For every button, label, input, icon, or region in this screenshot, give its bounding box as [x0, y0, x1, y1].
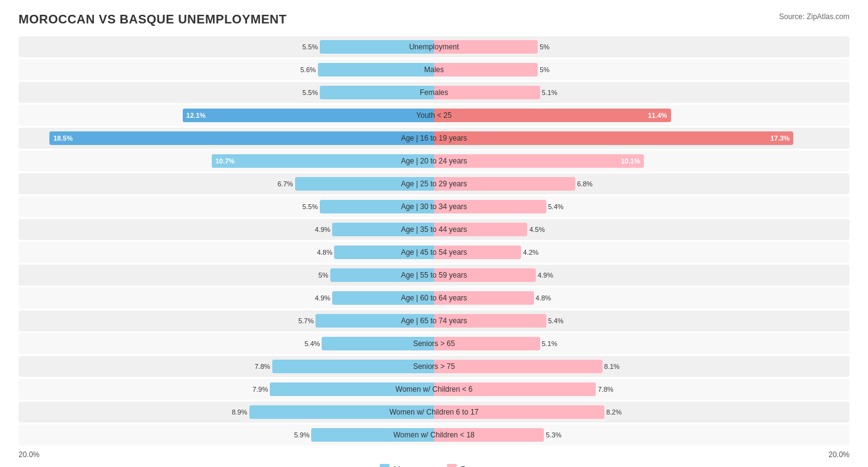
moroccan-value: 5%: [319, 271, 330, 279]
bar-right-section: 8.1%: [434, 356, 849, 377]
bar-left-section: 5.4%: [19, 333, 434, 354]
bar-right-section: 4.5%: [434, 219, 849, 240]
chart-row: 18.5%17.3%Age | 16 to 19 years: [19, 128, 849, 149]
basque-value: 4.2%: [521, 249, 538, 256]
basque-value: 6.8%: [575, 180, 593, 188]
basque-value: 10.1%: [621, 157, 640, 165]
bar-right-section: 5%: [434, 36, 849, 57]
bar-right-section: 4.8%: [434, 287, 849, 308]
moroccan-bar: [249, 405, 434, 419]
bar-left-section: 5.5%: [19, 82, 434, 103]
chart-row: 5.6%5%Males: [19, 59, 849, 80]
bar-left-section: 7.9%: [19, 379, 434, 400]
basque-bar: [434, 40, 538, 54]
bar-left-section: 6.7%: [19, 173, 434, 194]
bar-right-section: 4.2%: [434, 242, 849, 263]
basque-bar: 17.3%: [434, 131, 793, 145]
axis-right: 20.0%: [828, 450, 849, 459]
bar-right-section: 5.3%: [434, 424, 849, 445]
moroccan-bar: [270, 382, 434, 396]
axis-left: 20.0%: [19, 450, 40, 459]
legend-basque-label: Basque: [461, 465, 488, 468]
moroccan-value: 6.7%: [277, 180, 294, 188]
legend-moroccan-box: [380, 464, 390, 467]
basque-value: 4.5%: [527, 226, 545, 233]
legend: Moroccan Basque: [19, 464, 849, 467]
bar-left-section: 4.9%: [19, 219, 434, 240]
basque-value: 5.3%: [544, 431, 561, 439]
bar-right-section: 5%: [434, 59, 849, 80]
bar-left-section: 5.5%: [19, 36, 434, 57]
bar-left-section: 4.9%: [19, 287, 434, 308]
basque-bar: [434, 246, 521, 259]
chart-row: 5.9%5.3%Women w/ Children < 18: [19, 424, 849, 445]
moroccan-value: 5.4%: [304, 340, 322, 347]
moroccan-bar: [272, 360, 434, 373]
bar-left-section: 5%: [19, 265, 434, 286]
bar-left-section: 5.7%: [19, 310, 434, 331]
legend-basque: Basque: [447, 464, 488, 467]
moroccan-bar: [320, 40, 434, 54]
basque-value: 5.4%: [546, 317, 564, 324]
moroccan-value: 5.6%: [300, 66, 317, 73]
bar-right-section: 5.4%: [434, 196, 849, 217]
moroccan-bar: [334, 246, 434, 259]
basque-bar: [434, 177, 575, 191]
basque-bar: [434, 405, 604, 419]
chart-title: MOROCCAN VS BASQUE UNEMPLOYMENT: [19, 12, 286, 27]
moroccan-value: 7.8%: [254, 363, 272, 370]
basque-bar: 11.4%: [434, 109, 671, 122]
moroccan-bar: [332, 291, 434, 305]
chart-body: 5.5%5%Unemployment5.6%5%Males5.5%5.1%Fem…: [19, 36, 849, 445]
basque-value: 5.1%: [540, 340, 557, 347]
basque-value: 17.3%: [770, 134, 790, 142]
chart-row: 5.7%5.4%Age | 65 to 74 years: [19, 310, 849, 331]
chart-row: 8.9%8.2%Women w/ Children 6 to 17: [19, 402, 849, 423]
chart-container: MOROCCAN VS BASQUE UNEMPLOYMENT Source: …: [0, 0, 868, 467]
basque-bar: 10.1%: [434, 154, 644, 168]
bar-right-section: 5.4%: [434, 310, 849, 331]
chart-row: 4.8%4.2%Age | 45 to 54 years: [19, 242, 849, 263]
moroccan-value: 4.9%: [315, 294, 332, 302]
bar-right-section: 5.1%: [434, 333, 849, 354]
moroccan-value: 8.9%: [232, 408, 249, 416]
chart-row: 4.9%4.5%Age | 35 to 44 years: [19, 219, 849, 240]
bar-right-section: 11.4%: [434, 105, 849, 126]
chart-row: 5.4%5.1%Seniors > 65: [19, 333, 849, 354]
basque-bar: [434, 268, 536, 282]
basque-value: 8.1%: [603, 363, 620, 370]
legend-moroccan: Moroccan: [380, 464, 428, 467]
bar-left-section: 7.8%: [19, 356, 434, 377]
basque-value: 11.4%: [648, 112, 667, 119]
moroccan-value: 10.7%: [215, 157, 235, 165]
moroccan-value: 5.9%: [294, 431, 311, 439]
moroccan-bar: 18.5%: [49, 131, 434, 145]
chart-row: 7.8%8.1%Seniors > 75: [19, 356, 849, 377]
moroccan-bar: [320, 86, 434, 99]
basque-value: 5%: [538, 43, 549, 51]
basque-bar: [434, 86, 540, 99]
moroccan-value: 4.8%: [317, 249, 334, 256]
bar-left-section: 5.9%: [19, 424, 434, 445]
moroccan-value: 18.5%: [53, 134, 72, 142]
chart-row: 10.7%10.1%Age | 20 to 24 years: [19, 151, 849, 172]
chart-row: 5.5%5.1%Females: [19, 82, 849, 103]
moroccan-bar: [332, 223, 434, 236]
bar-right-section: 17.3%: [434, 128, 849, 149]
chart-row: 12.1%11.4%Youth < 25: [19, 105, 849, 126]
bar-left-section: 4.8%: [19, 242, 434, 263]
bar-right-section: 5.1%: [434, 82, 849, 103]
basque-value: 7.8%: [596, 386, 613, 393]
moroccan-bar: [315, 314, 434, 328]
chart-row: 5.5%5.4%Age | 30 to 34 years: [19, 196, 849, 217]
moroccan-value: 4.9%: [315, 226, 332, 233]
basque-bar: [434, 291, 534, 305]
moroccan-value: 5.5%: [303, 89, 320, 96]
chart-row: 5.5%5%Unemployment: [19, 36, 849, 57]
bar-left-section: 10.7%: [19, 151, 434, 172]
moroccan-value: 12.1%: [186, 112, 206, 119]
bar-left-section: 18.5%: [19, 128, 434, 149]
moroccan-bar: [330, 268, 434, 282]
basque-bar: [434, 63, 538, 76]
basque-value: 5.4%: [546, 203, 564, 210]
